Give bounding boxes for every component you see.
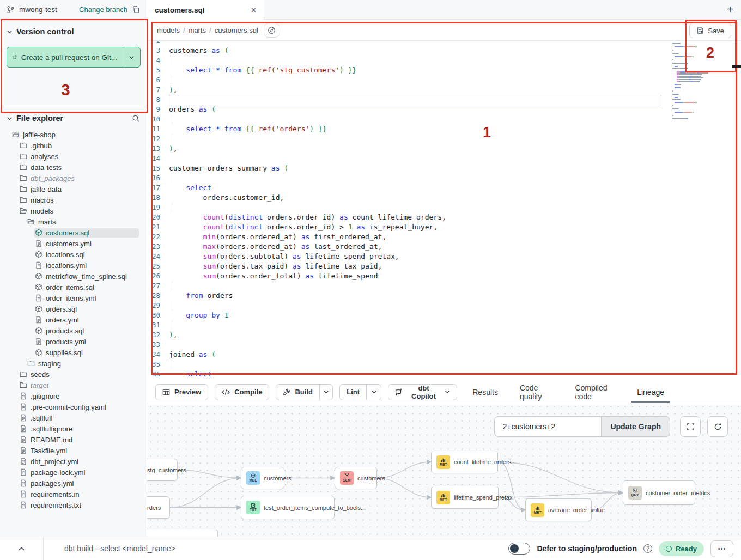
tree-item-dbt_project.yml[interactable]: dbt_project.yml [7,456,140,467]
create-pull-request-button[interactable]: Create a pull request on Git... [7,47,141,68]
code-line-25[interactable]: 25 sum(orders.tax_paid) as lifetime_tax_… [147,261,741,271]
code-line-31[interactable]: 31 [147,320,741,330]
preview-button[interactable]: Preview [155,384,208,400]
tab-code-quality[interactable]: Code quality [511,381,562,403]
tree-item-README.md[interactable]: README.md [7,434,140,445]
defer-toggle[interactable] [508,543,530,555]
code-line-24[interactable]: 24 sum(orders.subtotal) as lifetime_spen… [147,252,741,261]
copy-icon[interactable] [132,5,140,14]
code-line-36[interactable]: 36 select [147,369,741,379]
code-line-11[interactable]: 11 select * from {{ ref('orders') }} [147,124,741,134]
tree-item-requirements.txt[interactable]: requirements.txt [7,500,140,510]
save-button[interactable]: Save [689,23,731,38]
code-line-22[interactable]: 22 min(orders.ordered_at) as first_order… [147,232,741,242]
code-line-27[interactable]: 27 [147,281,741,291]
lineage-node-average_order_value[interactable]: METaverage_order_value [525,498,592,521]
tree-item-products.yml[interactable]: products.yml [7,336,140,347]
tree-item-products.sql[interactable]: products.sql [7,325,140,336]
tree-item-models[interactable]: models [7,205,140,216]
code-line-32[interactable]: 32), [147,330,741,340]
version-control-header[interactable]: Version control [7,27,140,36]
tree-item-.sqlfluffignore[interactable]: .sqlfluffignore [7,423,140,434]
tree-item-locations.yml[interactable]: locations.yml [7,260,140,271]
code-line-3[interactable]: 3customers as ( [147,46,741,56]
code-line-4[interactable]: 4 [147,56,741,65]
file-explorer-header[interactable]: File explorer [7,114,140,123]
tree-item-packages.yml[interactable]: packages.yml [7,478,140,489]
expand-command-bar-button[interactable] [0,537,44,560]
code-line-10[interactable]: 10 [147,114,741,124]
code-line-2[interactable]: 2 [147,41,741,46]
tree-item-.github[interactable]: .github [7,140,140,151]
new-tab-button[interactable]: + [727,3,733,16]
code-line-35[interactable]: 35 [147,360,741,369]
command-placeholder[interactable]: dbt build --select <model_name> [64,544,175,553]
tree-item-analyses[interactable]: analyses [7,151,140,162]
tree-item-order_items.yml[interactable]: order_items.yml [7,293,140,303]
tab-results[interactable]: Results [464,381,507,403]
create-pull-request-caret[interactable] [123,47,140,67]
code-line-30[interactable]: 30 group by 1 [147,311,741,320]
tree-item-.sqlfluff[interactable]: .sqlfluff [7,412,140,423]
code-line-16[interactable]: 16 [147,173,741,183]
code-line-26[interactable]: 26 sum(orders.order_total) as lifetime_s… [147,271,741,281]
code-line-20[interactable]: 20 count(distinct orders.order_id) as co… [147,212,741,222]
code-line-15[interactable]: 15customer_orders_summary as ( [147,163,741,173]
dbt-copilot-button[interactable]: dbt Copilot [388,384,457,400]
search-icon[interactable] [132,114,140,123]
code-editor[interactable]: 23customers as (45 select * from {{ ref(… [147,41,741,381]
tree-item-target[interactable]: target [7,380,140,391]
editor-minimap[interactable] [672,41,720,121]
tree-item-data-tests[interactable]: data-tests [7,162,140,173]
lineage-node-customer_order_metrics[interactable]: QRYcustomer_order_metrics [623,480,695,505]
code-line-9[interactable]: 9orders as ( [147,105,741,114]
tree-item-jaffle-shop[interactable]: jaffle-shop [7,129,140,140]
code-line-23[interactable]: 23 max(orders.ordered_at) as last_ordere… [147,242,741,252]
lineage-node-orders[interactable]: MDLorders [147,496,170,519]
tab-customers-sql[interactable]: customers.sql × [147,0,264,20]
code-line-21[interactable]: 21 count(distinct orders.order_id) > 1 a… [147,222,741,232]
code-line-29[interactable]: 29 [147,301,741,311]
lineage-node-test_order_items_compute_to_bools...[interactable]: TSTtest_order_items_compute_to_bools... [241,496,335,519]
tree-item-staging[interactable]: staging [7,358,140,369]
tree-item-.pre-commit-config.yaml[interactable]: .pre-commit-config.yaml [7,401,140,412]
code-line-34[interactable]: 34joined as ( [147,350,741,360]
tree-item-package-lock.yml[interactable]: package-lock.yml [7,467,140,478]
code-line-28[interactable]: 28 from orders [147,291,741,301]
lineage-selector-input[interactable] [494,416,601,437]
code-line-17[interactable]: 17 select [147,183,741,193]
lint-caret-button[interactable] [366,385,381,400]
tree-item-customers.sql[interactable]: customers.sql [7,227,140,238]
tree-item-dbt_packages[interactable]: dbt_packages [7,173,140,184]
lineage-node-bottom_node[interactable] [147,529,218,537]
help-icon[interactable]: ? [643,544,652,553]
tree-item-supplies.sql[interactable]: supplies.sql [7,347,140,358]
tab-lineage[interactable]: Lineage [628,381,673,403]
tree-item-marts[interactable]: marts [7,216,140,227]
code-line-18[interactable]: 18 orders.customer_id, [147,193,741,203]
fullscreen-button[interactable] [680,416,701,437]
create-pull-request-main[interactable]: Create a pull request on Git... [7,47,123,67]
tree-item-orders.sql[interactable]: orders.sql [7,303,140,314]
lineage-node-lifetime_spend_pretax[interactable]: METlifetime_spend_pretax [431,486,499,509]
tree-item-seeds[interactable]: seeds [7,369,140,380]
tree-item-.gitignore[interactable]: .gitignore [7,391,140,401]
code-line-14[interactable]: 14 [147,154,741,163]
tree-item-Taskfile.yml[interactable]: Taskfile.yml [7,445,140,456]
more-options-button[interactable]: ••• [710,540,733,557]
code-line-19[interactable]: 19 [147,203,741,212]
tree-item-macros[interactable]: macros [7,194,140,205]
code-line-7[interactable]: 7), [147,85,741,95]
lineage-node-count_lifetime_orders[interactable]: METcount_lifetime_orders [431,451,498,473]
lineage-node-customers[interactable]: MDLcustomers [241,467,284,489]
code-line-12[interactable]: 12 [147,134,741,144]
tree-item-requirements.in[interactable]: requirements.in [7,489,140,500]
build-caret-button[interactable] [319,385,332,400]
tree-item-locations.sql[interactable]: locations.sql [7,249,140,260]
tree-item-jaffle-data[interactable]: jaffle-data [7,184,140,194]
code-line-8[interactable]: 8 [147,95,741,105]
update-graph-button[interactable]: Update Graph [601,416,670,437]
model-health-compass-button[interactable] [264,23,280,38]
build-button[interactable]: Build [276,385,319,400]
lint-button[interactable]: Lint [340,385,366,400]
